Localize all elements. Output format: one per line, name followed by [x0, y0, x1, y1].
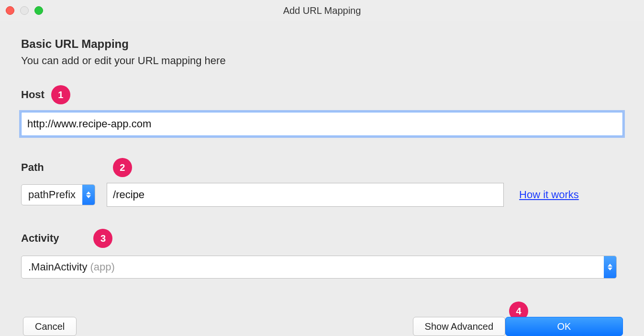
activity-value: .MainActivity (app)	[22, 256, 604, 278]
dialog-footer: Cancel Show Advanced 4 OK	[21, 317, 623, 336]
activity-value-suffix: (app)	[90, 261, 114, 273]
window-title: Add URL Mapping	[0, 5, 644, 16]
host-label-row: Host 1	[21, 84, 623, 105]
chevron-down-icon	[608, 268, 612, 270]
activity-label-row: Activity 3	[21, 228, 623, 249]
chevron-down-icon	[86, 195, 91, 198]
chevron-up-icon	[608, 264, 612, 267]
chevron-up-icon	[86, 191, 91, 194]
window-close-icon[interactable]	[6, 6, 14, 15]
window-zoom-icon[interactable]	[34, 6, 43, 15]
annotation-badge-3: 3	[93, 229, 112, 248]
how-it-works-link[interactable]: How it works	[515, 189, 579, 201]
activity-field-group: Activity 3 .MainActivity (app)	[21, 228, 623, 279]
window-minimize-icon	[20, 6, 29, 15]
titlebar: Add URL Mapping	[0, 0, 644, 21]
path-label-row: Path 2	[21, 157, 623, 178]
host-field-group: Host 1	[21, 84, 623, 136]
cancel-button[interactable]: Cancel	[23, 317, 77, 336]
path-field-group: Path 2 pathPrefix How it works	[21, 157, 623, 207]
annotation-badge-2: 2	[113, 158, 132, 177]
annotation-badge-1: 1	[51, 85, 70, 104]
path-label: Path	[21, 161, 44, 174]
host-input[interactable]	[21, 112, 623, 136]
activity-select[interactable]: .MainActivity (app)	[21, 256, 617, 279]
path-row: pathPrefix How it works	[21, 183, 623, 207]
section-subheading: You can add or edit your URL mapping her…	[21, 55, 623, 67]
path-type-select[interactable]: pathPrefix	[21, 184, 95, 205]
dialog-content: Basic URL Mapping You can add or edit yo…	[0, 21, 644, 336]
traffic-lights	[6, 6, 43, 15]
activity-label: Activity	[21, 232, 59, 245]
ok-button-wrap: 4 OK	[505, 317, 623, 336]
host-label: Host	[21, 89, 44, 101]
stepper-icon	[82, 185, 95, 205]
path-input[interactable]	[107, 183, 504, 207]
show-advanced-button[interactable]: Show Advanced	[413, 317, 505, 336]
activity-value-main: .MainActivity	[28, 261, 87, 273]
stepper-icon	[604, 256, 616, 278]
path-type-value: pathPrefix	[22, 185, 82, 205]
section-heading: Basic URL Mapping	[21, 37, 623, 51]
ok-button[interactable]: OK	[505, 317, 623, 336]
